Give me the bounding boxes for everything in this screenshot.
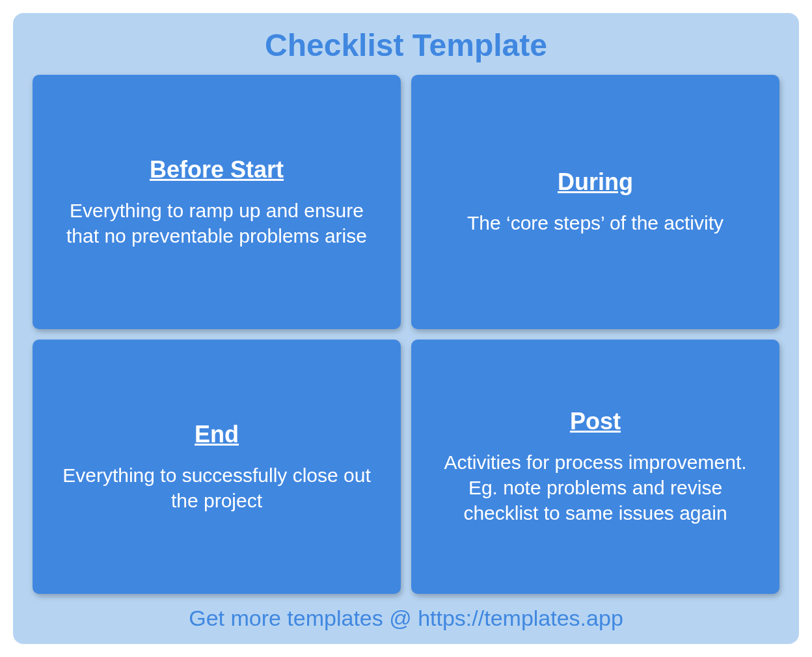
card-title: End: [195, 421, 239, 448]
card-end: End Everything to successfully close out…: [33, 340, 401, 594]
card-title: During: [558, 168, 633, 196]
card-desc: Activities for process improvement. Eg. …: [437, 449, 753, 526]
card-before-start: Before Start Everything to ramp up and e…: [33, 75, 401, 329]
card-during: During The ‘core steps’ of the activity: [411, 75, 779, 329]
card-title: Before Start: [150, 156, 284, 183]
card-title: Post: [570, 408, 621, 435]
card-desc: The ‘core steps’ of the activity: [467, 210, 724, 235]
footer-text: Get more templates @ https://templates.a…: [33, 603, 779, 631]
cards-grid: Before Start Everything to ramp up and e…: [33, 75, 779, 594]
page-title: Checklist Template: [33, 27, 779, 63]
template-container: Checklist Template Before Start Everythi…: [13, 13, 799, 644]
card-desc: Everything to ramp up and ensure that no…: [59, 198, 375, 248]
card-desc: Everything to successfully close out the…: [59, 463, 375, 513]
card-post: Post Activities for process improvement.…: [411, 340, 779, 594]
